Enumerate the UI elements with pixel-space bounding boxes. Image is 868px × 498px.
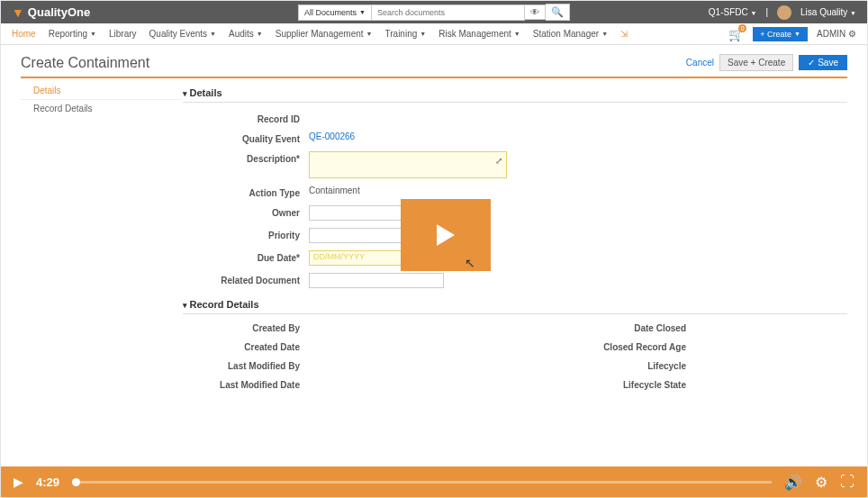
nav-reporting[interactable]: Reporting▼ bbox=[49, 29, 96, 39]
search-scope-dropdown[interactable]: All Documents ▼ bbox=[298, 5, 372, 21]
label-description: Description* bbox=[183, 151, 309, 164]
brand-text: QualityOne bbox=[28, 5, 90, 19]
label-closed-age: Closed Record Age bbox=[515, 342, 695, 352]
brand-icon: ▼ bbox=[12, 5, 24, 20]
section-record-header[interactable]: Record Details bbox=[183, 295, 847, 314]
divider: | bbox=[765, 7, 768, 17]
search-group: All Documents ▼ 👁 🔍 bbox=[298, 4, 570, 21]
progress-handle[interactable] bbox=[72, 478, 80, 486]
chevron-down-icon: ▼ bbox=[420, 31, 426, 37]
nav-risk-mgmt[interactable]: Risk Management▼ bbox=[439, 29, 520, 39]
video-play-overlay[interactable] bbox=[401, 199, 491, 271]
preview-icon[interactable]: 👁 bbox=[525, 5, 546, 20]
chevron-down-icon: ▼ bbox=[601, 31, 608, 37]
label-lifecycle-state: Lifecycle State bbox=[515, 380, 695, 390]
chevron-down-icon: ▼ bbox=[359, 9, 366, 15]
sidebar-item-details[interactable]: Details bbox=[21, 82, 183, 100]
chevron-down-icon: ▼ bbox=[210, 31, 216, 37]
nav-station-mgr[interactable]: Station Manager▼ bbox=[533, 29, 608, 39]
nav-pin-icon[interactable]: ⇲ bbox=[620, 29, 628, 39]
expand-icon[interactable]: ⤢ bbox=[495, 156, 502, 166]
value-action-type: Containment bbox=[309, 186, 360, 195]
nav-library[interactable]: Library bbox=[109, 29, 137, 39]
chevron-down-icon: ▼ bbox=[257, 31, 263, 37]
admin-link[interactable]: ADMIN ⚙ bbox=[817, 29, 856, 39]
avatar[interactable] bbox=[777, 5, 791, 20]
nav-training[interactable]: Training▼ bbox=[385, 29, 427, 39]
chevron-down-icon: ▼ bbox=[514, 31, 520, 37]
label-quality-event: Quality Event bbox=[183, 131, 309, 144]
label-record-id: Record ID bbox=[183, 112, 309, 124]
chevron-down-icon: ▼ bbox=[750, 10, 756, 16]
nav-audits[interactable]: Audits▼ bbox=[229, 29, 263, 39]
progress-bar[interactable] bbox=[72, 481, 772, 484]
nav-supplier-mgmt[interactable]: Supplier Management▼ bbox=[276, 29, 373, 39]
page-title: Create Containment bbox=[21, 55, 149, 71]
chevron-down-icon: ▼ bbox=[850, 10, 856, 16]
value-quality-event[interactable]: QE-000266 bbox=[309, 131, 355, 141]
sidebar: Details Record Details bbox=[21, 78, 183, 399]
play-icon bbox=[437, 224, 455, 246]
cursor-icon: ↖ bbox=[465, 256, 475, 270]
label-owner: Owner bbox=[183, 205, 309, 218]
nav-home[interactable]: Home bbox=[12, 29, 36, 39]
chevron-down-icon: ▼ bbox=[90, 31, 96, 37]
settings-icon[interactable]: ⚙ bbox=[815, 474, 827, 491]
label-priority: Priority bbox=[183, 228, 309, 240]
label-related-doc: Related Document bbox=[183, 273, 309, 285]
label-due-date: Due Date* bbox=[183, 250, 309, 263]
top-bar: ▼ QualityOne All Documents ▼ 👁 🔍 Q1-SFDC… bbox=[1, 1, 867, 23]
brand-logo: ▼ QualityOne bbox=[12, 5, 90, 20]
search-input[interactable] bbox=[372, 5, 525, 21]
chevron-down-icon: ▼ bbox=[794, 31, 800, 37]
label-date-closed: Date Closed bbox=[515, 323, 695, 333]
label-action-type: Action Type bbox=[183, 186, 309, 198]
cart-icon[interactable]: 🛒0 bbox=[728, 27, 744, 41]
volume-icon[interactable]: 🔊 bbox=[784, 474, 802, 491]
fullscreen-icon[interactable]: ⛶ bbox=[840, 474, 854, 490]
save-create-button[interactable]: Save + Create bbox=[719, 54, 793, 71]
check-icon: ✓ bbox=[808, 58, 815, 68]
nav-quality-events[interactable]: Quality Events▼ bbox=[149, 29, 216, 39]
play-button[interactable]: ▶ bbox=[14, 475, 23, 489]
user-menu[interactable]: Lisa Quality ▼ bbox=[800, 7, 856, 17]
label-created-date: Created Date bbox=[183, 342, 309, 352]
create-button[interactable]: + Create▼ bbox=[753, 27, 808, 41]
chevron-down-icon: ▼ bbox=[366, 31, 373, 37]
top-right: Q1-SFDC ▼ | Lisa Quality ▼ bbox=[709, 5, 856, 20]
cart-badge: 0 bbox=[738, 24, 746, 32]
label-lifecycle: Lifecycle bbox=[515, 361, 695, 371]
description-input[interactable]: ⤢ bbox=[309, 151, 507, 178]
cancel-link[interactable]: Cancel bbox=[686, 58, 714, 68]
related-doc-input[interactable] bbox=[309, 273, 444, 288]
nav-bar: Home Reporting▼ Library Quality Events▼ … bbox=[1, 23, 867, 45]
sidebar-item-record[interactable]: Record Details bbox=[21, 100, 183, 117]
label-last-mod-date: Last Modified Date bbox=[183, 380, 309, 390]
search-icon[interactable]: 🔍 bbox=[546, 4, 570, 21]
save-button[interactable]: ✓Save bbox=[799, 55, 847, 70]
env-switcher[interactable]: Q1-SFDC ▼ bbox=[709, 7, 757, 17]
time-display: 4:29 bbox=[36, 475, 59, 489]
label-last-mod-by: Last Modified By bbox=[183, 361, 309, 371]
search-scope-label: All Documents bbox=[304, 8, 357, 17]
video-player-bar: ▶ 4:29 🔊 ⚙ ⛶ bbox=[1, 466, 867, 497]
due-date-placeholder: DD/MM/YYYY bbox=[310, 250, 368, 263]
section-details-header[interactable]: Details bbox=[183, 84, 847, 103]
label-created-by: Created By bbox=[183, 323, 309, 333]
